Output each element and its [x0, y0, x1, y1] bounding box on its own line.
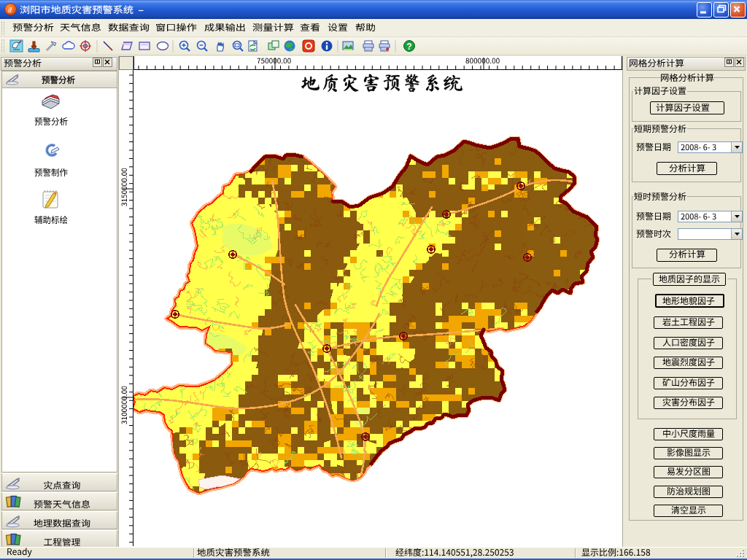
- svg-text:d: d: [8, 6, 12, 14]
